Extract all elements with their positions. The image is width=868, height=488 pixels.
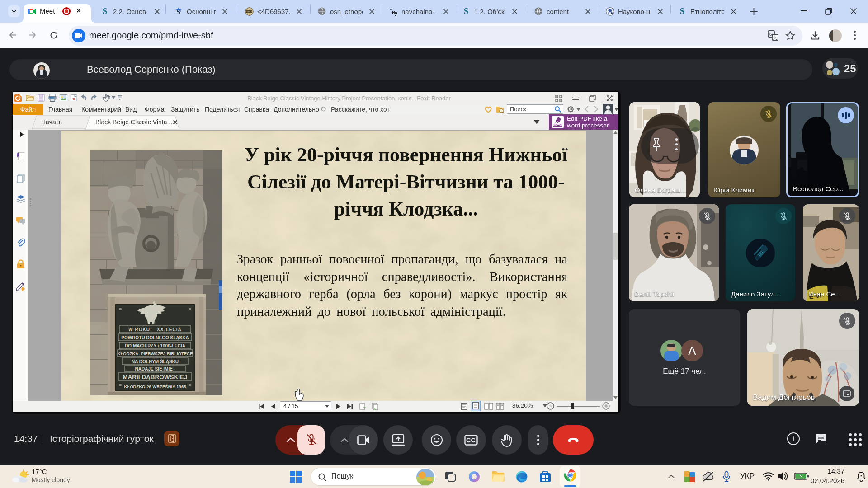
svg-text:文: 文 [773, 36, 777, 40]
svg-text:S: S [680, 7, 685, 15]
svg-text:z: z [860, 474, 862, 478]
svg-text:КНИГА: КНИГА [247, 11, 252, 13]
svg-text:S: S [103, 7, 108, 15]
svg-text:z: z [863, 473, 864, 476]
svg-text:S: S [464, 7, 469, 15]
svg-text:º: º [390, 9, 392, 13]
svg-text:у: у [395, 10, 398, 16]
svg-text:EDITOR: EDITOR [553, 124, 563, 127]
